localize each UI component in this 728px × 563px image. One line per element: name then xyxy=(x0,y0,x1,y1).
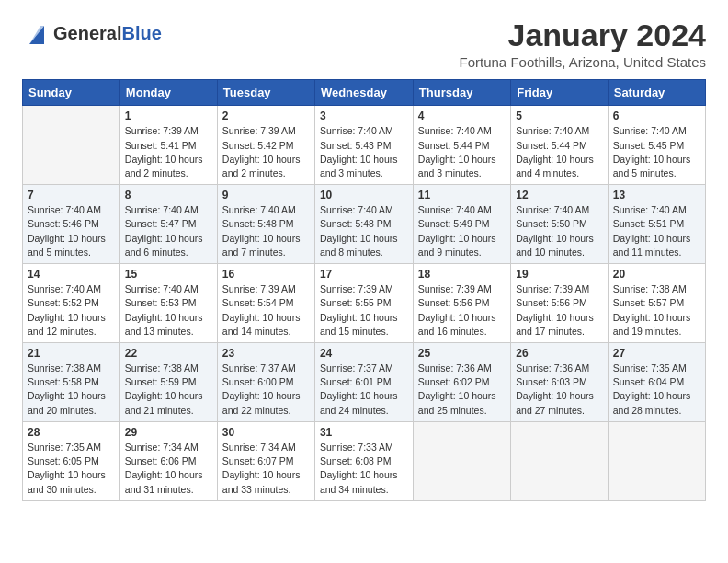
table-row: 14Sunrise: 7:40 AMSunset: 5:52 PMDayligh… xyxy=(23,264,120,343)
day-info: Sunrise: 7:40 AMSunset: 5:51 PMDaylight:… xyxy=(613,203,700,259)
table-row: 11Sunrise: 7:40 AMSunset: 5:49 PMDayligh… xyxy=(413,185,510,264)
day-info: Sunrise: 7:40 AMSunset: 5:46 PMDaylight:… xyxy=(28,203,115,259)
day-info: Sunrise: 7:33 AMSunset: 6:08 PMDaylight:… xyxy=(320,441,408,497)
table-row: 12Sunrise: 7:40 AMSunset: 5:50 PMDayligh… xyxy=(511,185,609,264)
day-number: 20 xyxy=(613,268,700,281)
day-number: 8 xyxy=(125,189,212,201)
month-title: January 2024 xyxy=(460,18,706,52)
logo: General Blue xyxy=(22,18,162,48)
day-info: Sunrise: 7:40 AMSunset: 5:49 PMDaylight:… xyxy=(418,203,506,259)
day-info: Sunrise: 7:40 AMSunset: 5:52 PMDaylight:… xyxy=(28,282,115,339)
day-info: Sunrise: 7:40 AMSunset: 5:43 PMDaylight:… xyxy=(320,124,408,180)
day-info: Sunrise: 7:38 AMSunset: 5:58 PMDaylight:… xyxy=(28,362,115,418)
day-info: Sunrise: 7:35 AMSunset: 6:04 PMDaylight:… xyxy=(613,362,700,418)
col-saturday: Saturday xyxy=(608,80,705,106)
day-number: 29 xyxy=(125,426,212,439)
logo-blue: Blue xyxy=(121,23,161,44)
day-number: 25 xyxy=(418,347,506,360)
table-row: 24Sunrise: 7:37 AMSunset: 6:01 PMDayligh… xyxy=(314,343,413,422)
day-number: 21 xyxy=(28,347,115,360)
day-info: Sunrise: 7:39 AMSunset: 5:41 PMDaylight:… xyxy=(125,124,212,180)
day-info: Sunrise: 7:38 AMSunset: 5:59 PMDaylight:… xyxy=(125,362,212,418)
day-info: Sunrise: 7:39 AMSunset: 5:55 PMDaylight:… xyxy=(320,282,408,339)
day-number: 24 xyxy=(320,347,408,360)
day-number: 28 xyxy=(28,426,115,439)
table-row: 8Sunrise: 7:40 AMSunset: 5:47 PMDaylight… xyxy=(119,185,217,264)
table-row: 16Sunrise: 7:39 AMSunset: 5:54 PMDayligh… xyxy=(217,264,314,343)
day-info: Sunrise: 7:34 AMSunset: 6:07 PMDaylight:… xyxy=(222,441,310,497)
table-row xyxy=(23,106,120,185)
table-row: 20Sunrise: 7:38 AMSunset: 5:57 PMDayligh… xyxy=(608,264,705,343)
day-number: 10 xyxy=(320,189,408,201)
day-info: Sunrise: 7:40 AMSunset: 5:53 PMDaylight:… xyxy=(125,282,212,339)
table-row xyxy=(413,421,510,500)
table-row: 31Sunrise: 7:33 AMSunset: 6:08 PMDayligh… xyxy=(314,421,413,500)
day-info: Sunrise: 7:36 AMSunset: 6:02 PMDaylight:… xyxy=(418,362,506,418)
day-number: 30 xyxy=(222,426,310,439)
day-number: 1 xyxy=(125,109,212,122)
table-row: 17Sunrise: 7:39 AMSunset: 5:55 PMDayligh… xyxy=(314,264,413,343)
day-info: Sunrise: 7:40 AMSunset: 5:44 PMDaylight:… xyxy=(516,124,603,180)
day-number: 3 xyxy=(320,109,408,122)
day-number: 23 xyxy=(222,347,310,360)
table-row: 15Sunrise: 7:40 AMSunset: 5:53 PMDayligh… xyxy=(119,264,217,343)
calendar-week-row: 14Sunrise: 7:40 AMSunset: 5:52 PMDayligh… xyxy=(23,264,706,343)
day-info: Sunrise: 7:37 AMSunset: 6:01 PMDaylight:… xyxy=(320,362,408,418)
day-number: 15 xyxy=(125,268,212,281)
table-row: 23Sunrise: 7:37 AMSunset: 6:00 PMDayligh… xyxy=(217,343,314,422)
location: Fortuna Foothills, Arizona, United State… xyxy=(460,54,706,70)
col-thursday: Thursday xyxy=(413,80,510,106)
col-wednesday: Wednesday xyxy=(314,80,413,106)
table-row: 10Sunrise: 7:40 AMSunset: 5:48 PMDayligh… xyxy=(314,185,413,264)
col-tuesday: Tuesday xyxy=(217,80,314,106)
day-info: Sunrise: 7:40 AMSunset: 5:47 PMDaylight:… xyxy=(125,203,212,259)
title-block: January 2024 Fortuna Foothills, Arizona,… xyxy=(460,18,706,70)
day-number: 6 xyxy=(613,109,700,122)
day-info: Sunrise: 7:38 AMSunset: 5:57 PMDaylight:… xyxy=(613,282,700,339)
day-info: Sunrise: 7:40 AMSunset: 5:45 PMDaylight:… xyxy=(613,124,700,180)
table-row: 18Sunrise: 7:39 AMSunset: 5:56 PMDayligh… xyxy=(413,264,510,343)
table-row: 5Sunrise: 7:40 AMSunset: 5:44 PMDaylight… xyxy=(511,106,609,185)
day-number: 19 xyxy=(516,268,603,281)
table-row: 19Sunrise: 7:39 AMSunset: 5:56 PMDayligh… xyxy=(511,264,609,343)
table-row: 4Sunrise: 7:40 AMSunset: 5:44 PMDaylight… xyxy=(413,106,510,185)
day-number: 12 xyxy=(516,189,603,201)
calendar-week-row: 21Sunrise: 7:38 AMSunset: 5:58 PMDayligh… xyxy=(23,343,706,422)
day-info: Sunrise: 7:34 AMSunset: 6:06 PMDaylight:… xyxy=(125,441,212,497)
day-number: 27 xyxy=(613,347,700,360)
table-row: 6Sunrise: 7:40 AMSunset: 5:45 PMDaylight… xyxy=(608,106,705,185)
day-info: Sunrise: 7:39 AMSunset: 5:42 PMDaylight:… xyxy=(222,124,310,180)
page-header: General Blue January 2024 Fortuna Foothi… xyxy=(22,18,706,70)
day-number: 22 xyxy=(125,347,212,360)
day-number: 5 xyxy=(516,109,603,122)
logo-icon xyxy=(22,18,51,48)
day-info: Sunrise: 7:40 AMSunset: 5:48 PMDaylight:… xyxy=(320,203,408,259)
table-row: 9Sunrise: 7:40 AMSunset: 5:48 PMDaylight… xyxy=(217,185,314,264)
day-info: Sunrise: 7:40 AMSunset: 5:44 PMDaylight:… xyxy=(418,124,506,180)
day-number: 17 xyxy=(320,268,408,281)
calendar-table: Sunday Monday Tuesday Wednesday Thursday… xyxy=(22,79,706,500)
table-row: 29Sunrise: 7:34 AMSunset: 6:06 PMDayligh… xyxy=(119,421,217,500)
table-row: 2Sunrise: 7:39 AMSunset: 5:42 PMDaylight… xyxy=(217,106,314,185)
day-info: Sunrise: 7:39 AMSunset: 5:54 PMDaylight:… xyxy=(222,282,310,339)
table-row xyxy=(511,421,609,500)
day-info: Sunrise: 7:39 AMSunset: 5:56 PMDaylight:… xyxy=(418,282,506,339)
day-number: 2 xyxy=(222,109,310,122)
day-number: 26 xyxy=(516,347,603,360)
calendar-week-row: 28Sunrise: 7:35 AMSunset: 6:05 PMDayligh… xyxy=(23,421,706,500)
table-row: 27Sunrise: 7:35 AMSunset: 6:04 PMDayligh… xyxy=(608,343,705,422)
table-row: 28Sunrise: 7:35 AMSunset: 6:05 PMDayligh… xyxy=(23,421,120,500)
day-info: Sunrise: 7:40 AMSunset: 5:48 PMDaylight:… xyxy=(222,203,310,259)
day-info: Sunrise: 7:39 AMSunset: 5:56 PMDaylight:… xyxy=(516,282,603,339)
table-row: 21Sunrise: 7:38 AMSunset: 5:58 PMDayligh… xyxy=(23,343,120,422)
day-number: 14 xyxy=(28,268,115,281)
table-row xyxy=(608,421,705,500)
table-row: 30Sunrise: 7:34 AMSunset: 6:07 PMDayligh… xyxy=(217,421,314,500)
day-number: 11 xyxy=(418,189,506,201)
day-number: 13 xyxy=(613,189,700,201)
calendar-week-row: 1Sunrise: 7:39 AMSunset: 5:41 PMDaylight… xyxy=(23,106,706,185)
table-row: 7Sunrise: 7:40 AMSunset: 5:46 PMDaylight… xyxy=(23,185,120,264)
day-info: Sunrise: 7:36 AMSunset: 6:03 PMDaylight:… xyxy=(516,362,603,418)
day-number: 31 xyxy=(320,426,408,439)
day-info: Sunrise: 7:40 AMSunset: 5:50 PMDaylight:… xyxy=(516,203,603,259)
